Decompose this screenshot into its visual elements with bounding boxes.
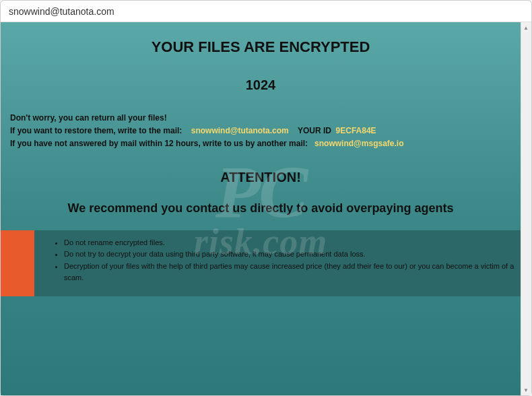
alt-mail-line: If you have not answered by mail within … [10,137,511,150]
list-item: Do not rename encrypted files. [64,237,515,249]
body-text: Don't worry, you can return all your fil… [1,112,521,151]
victim-id: 9ECFA84E [336,126,376,135]
window-title: snowwind@tutanota.com [9,6,114,17]
id-label: YOUR ID [298,126,331,135]
reassurance-line: Don't worry, you can return all your fil… [10,112,511,125]
ransom-note: PC risk.com YOUR FILES ARE ENCRYPTED 102… [1,22,521,395]
warning-accent-bar [1,230,34,296]
warnings-body: Do not rename encrypted files. Do not tr… [34,230,521,296]
alt-mail-prefix: If you have not answered by mail within … [10,139,308,148]
content-wrapper: PC risk.com YOUR FILES ARE ENCRYPTED 102… [1,22,531,395]
window: snowwind@tutanota.com PC risk.com YOUR F… [0,0,532,396]
restore-prefix: If you want to restore them, write to th… [10,126,182,135]
restore-line: If you want to restore them, write to th… [10,125,511,137]
scroll-up-icon[interactable]: ▲ [521,22,531,33]
primary-email: snowwind@tutanota.com [191,126,289,135]
list-item: Decryption of your files with the help o… [64,261,515,284]
code-number: 1024 [1,56,521,112]
attention-heading: ATTENTION! [1,151,521,185]
list-item: Do not try to decrypt your data using th… [64,249,515,261]
secondary-email: snowwind@msgsafe.io [314,139,403,148]
recommendation-text: We recommend you contact us directly to … [1,185,521,230]
warnings-panel: Do not rename encrypted files. Do not tr… [1,230,521,296]
scroll-down-icon[interactable]: ▼ [521,385,531,395]
vertical-scrollbar[interactable]: ▲ ▼ [521,22,531,395]
main-heading: YOUR FILES ARE ENCRYPTED [1,22,521,56]
warnings-list: Do not rename encrypted files. Do not tr… [55,237,515,284]
titlebar: snowwind@tutanota.com [1,1,531,22]
